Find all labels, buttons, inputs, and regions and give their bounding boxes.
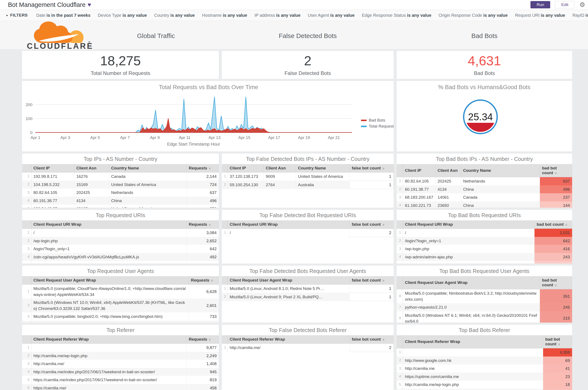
table-row: 4http://camilia.me/index.php/2017/06/17/…: [22, 368, 219, 376]
run-button[interactable]: Run: [531, 1, 550, 8]
sort-chevron-icon[interactable]: ∨: [382, 279, 385, 282]
filter-item[interactable]: Origin Response Code is any value: [439, 13, 508, 18]
column-header[interactable]: bad bot count∨: [540, 164, 572, 177]
filters-expand-icon[interactable]: ▸: [6, 13, 8, 17]
column-header[interactable]: Client Asn: [263, 164, 296, 172]
filter-item[interactable]: Date is in the past 7 weeks: [36, 13, 90, 18]
svg-text:Apr 1: Apr 1: [31, 135, 40, 140]
sort-chevron-icon[interactable]: ∨: [209, 338, 211, 341]
gauge-panel: % Bad Bots vs Humans&Good Bots 25.34: [397, 81, 572, 151]
table-row: 8Mozilla/5.0 (Windows NT 6.1; Win64; x64…: [397, 311, 572, 323]
table-row: 461.160.221.7323650China144: [397, 201, 572, 208]
sort-chevron-icon[interactable]: ∨: [211, 279, 213, 282]
sort-chevron-icon[interactable]: ∨: [209, 166, 211, 170]
filter-item[interactable]: Device Type is any value: [98, 13, 147, 18]
table-cell: 642: [187, 245, 219, 253]
table-cell: 136.24.49.37: [31, 205, 74, 208]
column-header[interactable]: Client Request URI Wrap: [403, 220, 535, 229]
column-header[interactable]: Client Request Referer Wrap: [403, 335, 543, 348]
svg-text:Apr 21: Apr 21: [328, 135, 340, 140]
column-header[interactable]: Client IP: [31, 164, 74, 172]
timeseries-chart: Total Requests vs Bad Bots Over Time0100…: [22, 81, 394, 151]
sort-chevron-icon[interactable]: ∨: [382, 338, 385, 341]
column-header[interactable]: bad bot count∨: [535, 220, 572, 229]
table-cell: 416: [535, 245, 572, 253]
column-header[interactable]: Country Name: [461, 164, 540, 177]
column-header[interactable]: false bot count∨: [350, 164, 394, 172]
table-cell: /cdn-cgi/apps/head/xVgyKhR-vV3dAUGhMqfBc…: [31, 253, 187, 261]
table-bad-bot-uris: Top Bad Bots Requested URIsClient Reques…: [397, 210, 572, 263]
table-cell: 2,249: [187, 352, 219, 360]
dashboard-grid: 18,275 Total Number of Requests 2 False …: [0, 49, 588, 390]
sort-chevron-icon[interactable]: ∨: [555, 171, 557, 175]
filters-label[interactable]: FILTERS: [10, 13, 28, 18]
kpi-total-requests-label: Total Number of Requests: [91, 70, 150, 76]
table-top-uris: Top Requested URIsClient Request URI Wra…: [22, 210, 219, 263]
column-header[interactable]: Client Request URI Wrap: [227, 220, 350, 229]
section-title-global-traffic: Global Traffic: [93, 32, 219, 40]
column-header[interactable]: Country Name: [109, 164, 187, 172]
column-header[interactable]: Client Request URI Wrap: [31, 220, 187, 229]
sort-chevron-icon[interactable]: ∨: [382, 223, 385, 226]
column-header[interactable]: Requests∨: [187, 335, 219, 343]
sort-chevron-icon[interactable]: ∨: [565, 223, 568, 226]
filter-item[interactable]: Request URI is any value: [515, 13, 565, 18]
column-header[interactable]: Client IP: [403, 164, 435, 177]
table-cell: https://camilia.me/: [31, 384, 187, 390]
table-cell: 1: [350, 172, 394, 181]
table-false-detected-bot-uris: Top False Detected Bot Requested URIsCli…: [222, 210, 394, 263]
gear-icon[interactable]: ⚙: [579, 1, 585, 8]
edit-button[interactable]: Edit: [555, 1, 575, 8]
table-cell: 2: [350, 343, 394, 352]
filter-item[interactable]: Hostname is any value: [202, 13, 247, 18]
table-cell: China: [461, 201, 540, 208]
section-title-bad-bots: Bad Bots: [397, 21, 572, 51]
column-header[interactable]: Client IP: [227, 164, 263, 172]
table-row: 5http://camilia.me/wp-login.php18: [397, 381, 572, 389]
svg-text:Apr 13: Apr 13: [208, 135, 221, 140]
filter-item[interactable]: User Agent is any value: [308, 13, 354, 18]
table-cell: 351: [187, 205, 219, 208]
table-cell: https://camilia.me/index.php/2017/06/17/…: [31, 376, 187, 384]
filter-item[interactable]: RayID is any value: [572, 13, 588, 18]
cloudflare-cloud-icon: CLOUDFLARE ®: [26, 21, 93, 50]
column-header[interactable]: Client Request User Agent Wrap: [403, 276, 540, 289]
sort-chevron-icon[interactable]: ∨: [209, 223, 211, 226]
filter-item[interactable]: Edge Response Status is any value: [362, 13, 432, 18]
column-header[interactable]: Requests∨: [187, 164, 219, 172]
table-cell: 2,601: [189, 298, 219, 312]
sort-chevron-icon[interactable]: ∨: [558, 342, 560, 346]
table-cell: 4,359: [543, 348, 572, 356]
column-header[interactable]: Client Asn: [74, 164, 109, 172]
column-header[interactable]: Client Asn: [435, 164, 461, 177]
filter-item[interactable]: Country is any value: [154, 13, 195, 18]
column-header[interactable]: bad bot count∨: [543, 335, 572, 348]
sort-chevron-icon[interactable]: ∨: [382, 166, 385, 170]
table-false-detected-bot-referers: Top False Detected Bots RefererClient Re…: [222, 325, 394, 390]
table-row: 1/3,084: [22, 229, 219, 237]
sort-chevron-icon[interactable]: ∨: [555, 283, 557, 287]
table-cell: http://camilia.me/wp-login.php: [31, 352, 187, 360]
table-row: 1Mozilla/5.0 (compatible; CloudFlare-Alw…: [22, 285, 219, 299]
table-cell: 2764: [263, 181, 296, 189]
column-header[interactable]: Requests∨: [189, 276, 219, 285]
kpi-total-requests-value: 18,275: [100, 53, 141, 68]
hero-col1: CLOUDFLARE ® Global Traffic: [22, 21, 219, 51]
table-cell: 202425: [435, 177, 461, 185]
column-header[interactable]: Client Request User Agent Wrap: [31, 276, 189, 285]
table-cell: 60.191.38.77: [403, 185, 435, 194]
column-header[interactable]: bad bot count∨: [540, 276, 572, 289]
column-header[interactable]: Country Name: [296, 164, 350, 172]
column-header[interactable]: Client Request User Agent Wrap: [227, 276, 350, 285]
column-header[interactable]: Client Request Referer Wrap: [227, 335, 350, 343]
column-header[interactable]: false bot count∨: [350, 276, 394, 285]
filter-item[interactable]: IP address is any value: [254, 13, 300, 18]
table-cell: 18: [543, 381, 572, 389]
table-cell: 16276: [74, 172, 109, 181]
svg-text:Total Requests vs Bad Bots Ove: Total Requests vs Bad Bots Over Time: [159, 84, 258, 91]
column-header[interactable]: false bot count∨: [350, 220, 394, 229]
column-header[interactable]: false bot count∨: [350, 335, 394, 343]
column-header[interactable]: Client Request Referer Wrap: [31, 335, 187, 343]
table-cell: 733: [189, 312, 219, 321]
column-header[interactable]: Requests∨: [187, 220, 219, 229]
